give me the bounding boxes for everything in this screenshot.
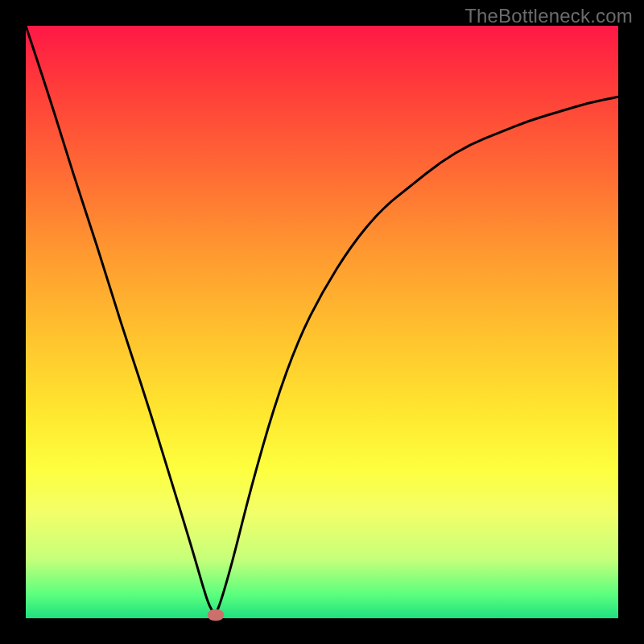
chart-frame: TheBottleneck.com (0, 0, 644, 644)
curve-svg (26, 26, 618, 618)
optimum-marker (208, 609, 224, 621)
chart-plot-area (26, 26, 618, 618)
bottleneck-curve (26, 26, 618, 613)
watermark-text: TheBottleneck.com (464, 5, 633, 27)
